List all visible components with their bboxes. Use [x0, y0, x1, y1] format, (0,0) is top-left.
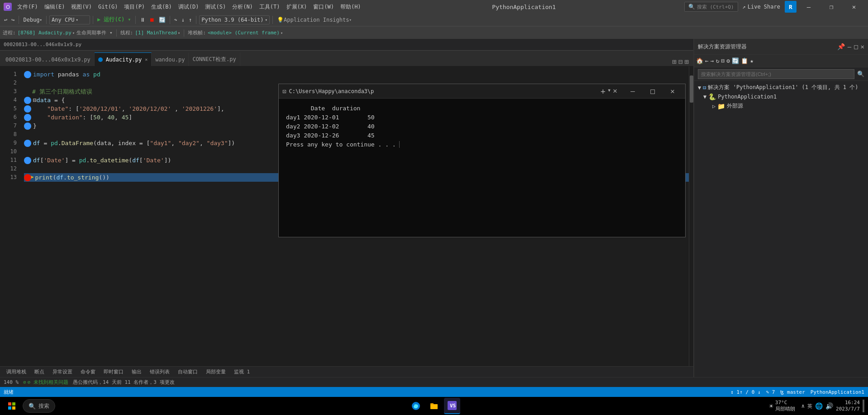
- tab-0[interactable]: 00020813-00...046x0x1x9.py: [2, 52, 95, 66]
- menu-tools[interactable]: 工具(T): [257, 2, 283, 12]
- toolbar-stop[interactable]: ⏹: [148, 15, 156, 24]
- solution-explorer-maximize[interactable]: □: [854, 43, 858, 50]
- se-properties-icon[interactable]: 📋: [741, 57, 748, 64]
- toolbar-step-over[interactable]: ↷: [173, 15, 179, 24]
- menu-view[interactable]: 视图(V): [68, 2, 95, 12]
- terminal-restore[interactable]: □: [644, 85, 662, 98]
- menu-test[interactable]: 测试(S): [202, 2, 229, 12]
- status-line-col: ↕ 1↑ / 0 ↓: [730, 389, 760, 395]
- se-sync-icon[interactable]: ↻: [716, 57, 720, 64]
- bottom-tab-exceptions[interactable]: 异常设置: [49, 367, 76, 377]
- terminal-dropdown[interactable]: ▾: [607, 86, 611, 96]
- taskbar-search[interactable]: 🔍 搜索: [23, 399, 55, 413]
- stack-label: 堆栈帧:: [188, 29, 206, 36]
- app-insights-button[interactable]: 💡 Application Insights ▾: [276, 15, 353, 24]
- speaker-icon[interactable]: 🔊: [825, 402, 833, 410]
- split-editor-icon[interactable]: ⊞: [672, 57, 677, 66]
- menu-git[interactable]: Git(G): [95, 3, 120, 11]
- terminal-body[interactable]: Date duration day1 2020-12-01 50 day2 20…: [279, 99, 685, 237]
- bottom-tab-errors[interactable]: 错误列表: [146, 367, 173, 377]
- menu-file[interactable]: 文件(F): [14, 2, 41, 12]
- panel-expand-icon[interactable]: ⊞: [684, 57, 689, 66]
- menu-analyze[interactable]: 分析(N): [229, 2, 256, 12]
- start-button[interactable]: [4, 398, 20, 414]
- terminal-close[interactable]: ✕: [613, 86, 617, 96]
- toolbar-step-into[interactable]: ↓: [180, 15, 186, 24]
- se-star-icon[interactable]: ★: [750, 57, 754, 64]
- bottom-tab-callstack[interactable]: 调用堆栈: [3, 367, 30, 377]
- toolbar-restart[interactable]: 🔄: [157, 15, 167, 24]
- toolbar-redo[interactable]: ↪: [10, 15, 16, 24]
- se-back-icon[interactable]: ←: [705, 57, 709, 64]
- minimize-button[interactable]: —: [798, 0, 819, 14]
- toolbar-sep5: [170, 16, 170, 24]
- run-button[interactable]: ▶ 运行(C) ▾: [96, 15, 133, 24]
- toolbar-pause[interactable]: ⏸: [138, 15, 147, 24]
- menu-extensions[interactable]: 扩展(X): [284, 2, 310, 12]
- stack-selector[interactable]: <module> (Current frame) ▾: [208, 30, 283, 36]
- solution-explorer-pin[interactable]: 📌: [837, 43, 845, 50]
- bottom-tab-immediate[interactable]: 即时窗口: [100, 367, 127, 377]
- tab-3[interactable]: CONNECT检查.py: [189, 52, 240, 66]
- se-forward-icon[interactable]: →: [711, 57, 714, 64]
- restore-button[interactable]: ❐: [821, 0, 842, 14]
- tree-item-solution[interactable]: ▼ ⊟ 解决方案 'PythonApplication1' (1 个项目, 共 …: [694, 83, 868, 92]
- terminal-new-tab[interactable]: +: [601, 86, 606, 96]
- lang-icon[interactable]: 英: [807, 403, 812, 410]
- solution-explorer-title: 解决方案资源管理器: [698, 43, 747, 51]
- scrollbar-thumb[interactable]: [690, 75, 693, 103]
- solution-explorer-close[interactable]: ✕: [861, 43, 864, 50]
- bottom-tab-autos[interactable]: 自动窗口: [174, 367, 201, 377]
- svg-rect-6: [430, 403, 434, 405]
- bottom-tab-output[interactable]: 输出: [128, 367, 145, 377]
- tab-1[interactable]: Audacity.py ✕: [95, 52, 152, 66]
- global-search[interactable]: 🔍 搜索 (Ctrl+Q): [684, 2, 738, 12]
- menu-help[interactable]: 帮助(H): [338, 2, 364, 12]
- panel-collapse-icon[interactable]: ⊟: [678, 57, 683, 66]
- show-hidden-icon[interactable]: ∧: [801, 403, 805, 409]
- bottom-tab-locals[interactable]: 局部变量: [202, 367, 229, 377]
- zoom-level[interactable]: 140 %: [4, 379, 19, 385]
- menu-build[interactable]: 生成(B): [148, 2, 175, 12]
- toolbar-debug-dropdown[interactable]: Debug ▾: [22, 15, 43, 24]
- process-selector[interactable]: [8768] Audacity.py ▾: [18, 30, 75, 36]
- weather-widget[interactable]: ☀ 37°C局部晴朗: [765, 400, 799, 413]
- se-home-icon[interactable]: 🏠: [696, 57, 703, 64]
- tab-1-close[interactable]: ✕: [145, 57, 148, 62]
- menu-project[interactable]: 项目(P): [121, 2, 148, 12]
- se-settings-icon[interactable]: ⚙: [726, 57, 730, 64]
- menu-debug[interactable]: 调试(D): [176, 2, 202, 12]
- user-avatar[interactable]: R: [785, 1, 796, 13]
- taskbar-app-vscode[interactable]: VS: [444, 398, 460, 414]
- lifecycle-button[interactable]: 生命周期事件 ▾: [76, 29, 112, 36]
- menu-window[interactable]: 窗口(W): [310, 2, 337, 12]
- close-button[interactable]: ✕: [844, 0, 864, 14]
- se-filter-icon[interactable]: ⊟: [721, 57, 725, 64]
- bottom-tab-breakpoints[interactable]: 断点: [31, 367, 48, 377]
- thread-selector[interactable]: [1] MainThread ▾: [135, 30, 180, 36]
- toolbar-undo[interactable]: ↩: [3, 15, 9, 24]
- toolbar-step-out[interactable]: ↑: [187, 15, 193, 24]
- terminal-minimize[interactable]: —: [624, 85, 642, 98]
- taskbar-app-edge[interactable]: [408, 398, 424, 414]
- show-desktop[interactable]: [863, 400, 864, 412]
- bottom-tab-command[interactable]: 命令窗: [77, 367, 99, 377]
- live-share-button[interactable]: ↗ Live Share: [740, 4, 783, 10]
- tree-item-external[interactable]: ▷ 📁 外部源: [694, 101, 868, 111]
- menu-edit[interactable]: 编辑(E): [42, 2, 68, 12]
- bottom-tab-watch[interactable]: 监视 1: [230, 367, 253, 377]
- python-version-dropdown[interactable]: Python 3.9 (64-bit) ▾: [199, 15, 270, 24]
- se-refresh-icon[interactable]: 🔄: [732, 57, 739, 64]
- editor-scrollbar[interactable]: [689, 66, 693, 366]
- solution-explorer-minimize[interactable]: —: [848, 43, 851, 50]
- tree-item-project[interactable]: ▼ 🐍 PythonApplication1: [694, 92, 868, 101]
- sun-icon: ☀: [769, 402, 773, 410]
- toolbar-cpu-dropdown[interactable]: Any CPU ▾: [49, 15, 90, 24]
- solution-explorer-search-input[interactable]: [698, 69, 854, 79]
- tree-arrow-project: ▼: [703, 94, 706, 100]
- network-icon[interactable]: 🌐: [815, 402, 823, 410]
- terminal-close-btn[interactable]: ✕: [663, 85, 682, 98]
- taskbar-app-explorer[interactable]: [426, 398, 442, 414]
- tab-2[interactable]: wandou.py: [152, 52, 189, 66]
- toolbar-sep3: [93, 16, 93, 24]
